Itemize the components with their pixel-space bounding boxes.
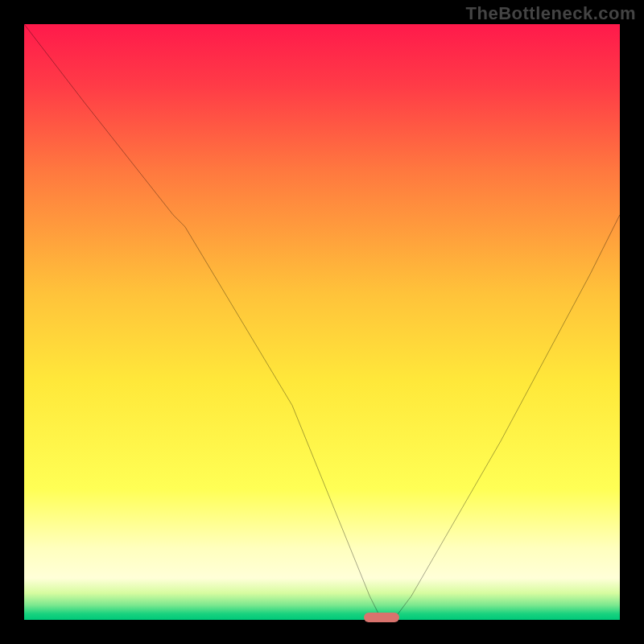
watermark-text: TheBottleneck.com xyxy=(466,3,636,24)
plot-area xyxy=(24,24,620,620)
chart-frame: TheBottleneck.com xyxy=(0,0,644,644)
bottleneck-curve xyxy=(24,24,620,620)
optimal-marker xyxy=(364,613,399,622)
